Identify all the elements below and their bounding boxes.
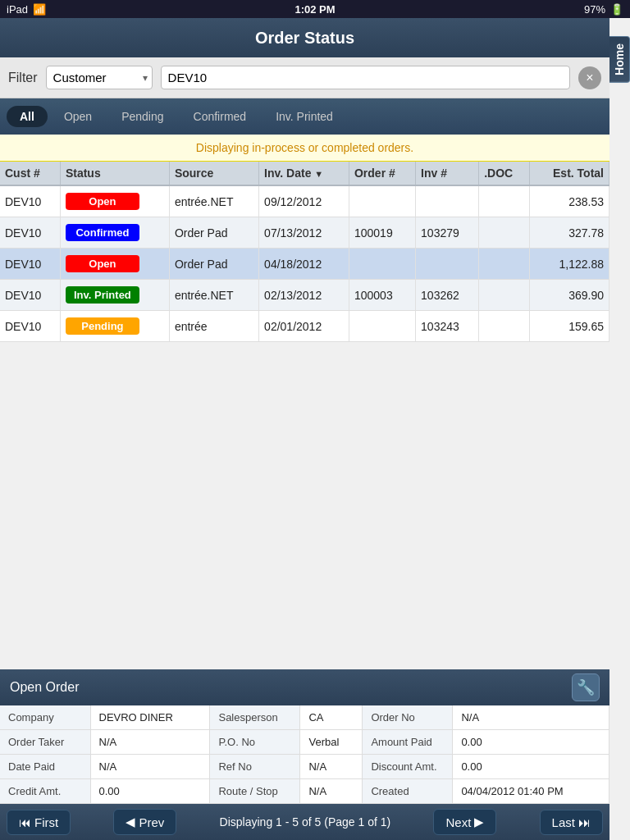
- col-header-total: Est. Total: [530, 162, 609, 185]
- detail-value: 0.00: [453, 730, 609, 755]
- cell-cust: DEV10: [0, 249, 60, 280]
- col-header-doc: .DOC: [479, 162, 530, 185]
- tabs-bar: All Open Pending Confirmed Inv. Printed: [0, 98, 609, 135]
- cell-total: 1,122.88: [530, 249, 609, 280]
- col-header-invdate[interactable]: Inv. Date ▼: [259, 162, 349, 185]
- detail-label: Credit Amt.: [0, 779, 90, 804]
- cell-orderno: [349, 311, 415, 342]
- detail-label: Ref No: [210, 755, 300, 779]
- detail-label: Discount Amt.: [363, 755, 453, 779]
- cell-invno: 103279: [416, 217, 479, 249]
- tab-pending[interactable]: Pending: [108, 106, 176, 127]
- detail-label: Amount Paid: [363, 730, 453, 755]
- detail-row: Credit Amt. 0.00 Route / Stop N/A Create…: [0, 779, 609, 804]
- detail-value: CA: [300, 705, 363, 730]
- detail-label: P.O. No: [210, 730, 300, 755]
- next-icon: ▶: [474, 815, 484, 829]
- detail-label: Company: [0, 705, 90, 730]
- detail-row: Date Paid N/A Ref No N/A Discount Amt. 0…: [0, 755, 609, 779]
- last-icon: ⏭: [578, 815, 591, 829]
- cell-orderno: 100019: [349, 217, 415, 249]
- info-banner: Displaying in-process or completed order…: [0, 135, 609, 162]
- cell-doc: [479, 217, 530, 249]
- detail-value: N/A: [90, 730, 210, 755]
- filter-value-input[interactable]: [161, 66, 570, 89]
- cell-invno: [416, 249, 479, 280]
- detail-value: 0.00: [453, 755, 609, 779]
- wrench-button[interactable]: 🔧: [572, 673, 600, 701]
- tab-inv-printed[interactable]: Inv. Printed: [262, 106, 346, 127]
- next-button[interactable]: Next ▶: [433, 809, 496, 835]
- cell-doc: [479, 185, 530, 217]
- page-header: Order Status: [0, 18, 609, 57]
- cell-source: entrée: [169, 311, 258, 342]
- cell-source: Order Pad: [169, 249, 258, 280]
- bottom-panel-title: Open Order: [10, 680, 79, 695]
- filter-type-select[interactable]: Customer Order # Invoice #: [46, 66, 153, 89]
- cell-invdate: 07/13/2012: [259, 217, 349, 249]
- detail-label: Salesperson: [210, 705, 300, 730]
- detail-label: Created: [363, 779, 453, 804]
- table-row[interactable]: DEV10 Inv. Printed entrée.NET 02/13/2012…: [0, 280, 609, 311]
- col-header-cust: Cust #: [0, 162, 60, 185]
- cell-doc: [479, 311, 530, 342]
- battery-label: 97%: [584, 3, 605, 16]
- prev-button[interactable]: ◀ Prev: [113, 809, 176, 835]
- table-row[interactable]: DEV10 Open Order Pad 04/18/2012 1,122.88: [0, 249, 609, 280]
- cell-doc: [479, 280, 530, 311]
- detail-label: Date Paid: [0, 755, 90, 779]
- cell-total: 238.53: [530, 185, 609, 217]
- tab-all[interactable]: All: [7, 106, 48, 127]
- cell-invno: [416, 185, 479, 217]
- cell-orderno: 100003: [349, 280, 415, 311]
- col-header-invno: Inv #: [416, 162, 479, 185]
- cell-invno: 103243: [416, 311, 479, 342]
- col-header-status: Status: [60, 162, 169, 185]
- table-row[interactable]: DEV10 Pending entrée 02/01/2012 103243 1…: [0, 311, 609, 342]
- detail-row: Company DEVRO DINER Salesperson CA Order…: [0, 705, 609, 730]
- table-row[interactable]: DEV10 Open entrée.NET 09/12/2012 238.53: [0, 185, 609, 217]
- footer-nav: ⏮ First ◀ Prev Displaying 1 - 5 of 5 (Pa…: [0, 804, 609, 840]
- tab-confirmed[interactable]: Confirmed: [180, 106, 260, 127]
- wifi-icon: 📶: [33, 3, 46, 16]
- cell-cust: DEV10: [0, 311, 60, 342]
- home-tab[interactable]: Home: [609, 36, 630, 83]
- cell-total: 327.78: [530, 217, 609, 249]
- cell-source: Order Pad: [169, 217, 258, 249]
- cell-orderno: [349, 249, 415, 280]
- device-label: iPad: [7, 3, 28, 16]
- bottom-panel: Open Order 🔧: [0, 669, 609, 705]
- filter-type-wrapper[interactable]: Customer Order # Invoice #: [46, 66, 153, 89]
- col-header-source: Source: [169, 162, 258, 185]
- cell-status: Confirmed: [60, 217, 169, 249]
- detail-value: 0.00: [90, 779, 210, 804]
- status-bar: iPad 📶 1:02 PM 97% 🔋: [0, 0, 630, 18]
- cell-source: entrée.NET: [169, 185, 258, 217]
- detail-value: N/A: [300, 755, 363, 779]
- last-button[interactable]: Last ⏭: [540, 810, 603, 835]
- cell-invdate: 04/18/2012: [259, 249, 349, 280]
- time-display: 1:02 PM: [294, 3, 335, 16]
- tab-open[interactable]: Open: [51, 106, 105, 127]
- detail-value: N/A: [453, 705, 609, 730]
- first-icon: ⏮: [19, 815, 31, 829]
- footer-status: Displaying 1 - 5 of 5 (Page 1 of 1): [220, 815, 391, 829]
- prev-icon: ◀: [126, 815, 135, 829]
- sort-arrow-invdate: ▼: [314, 169, 323, 179]
- battery-icon: 🔋: [610, 3, 623, 16]
- detail-value: N/A: [300, 779, 363, 804]
- cell-status: Pending: [60, 311, 169, 342]
- cell-status: Open: [60, 249, 169, 280]
- table-row[interactable]: DEV10 Confirmed Order Pad 07/13/2012 100…: [0, 217, 609, 249]
- cell-total: 159.65: [530, 311, 609, 342]
- cell-invdate: 09/12/2012: [259, 185, 349, 217]
- cell-cust: DEV10: [0, 280, 60, 311]
- cell-invdate: 02/13/2012: [259, 280, 349, 311]
- orders-table: Cust # Status Source Inv. Date ▼ Order #…: [0, 162, 609, 342]
- cell-invdate: 02/01/2012: [259, 311, 349, 342]
- filter-clear-button[interactable]: ×: [578, 66, 601, 89]
- page-title: Order Status: [255, 29, 354, 48]
- first-button[interactable]: ⏮ First: [7, 810, 71, 835]
- col-header-orderno: Order #: [349, 162, 415, 185]
- cell-cust: DEV10: [0, 185, 60, 217]
